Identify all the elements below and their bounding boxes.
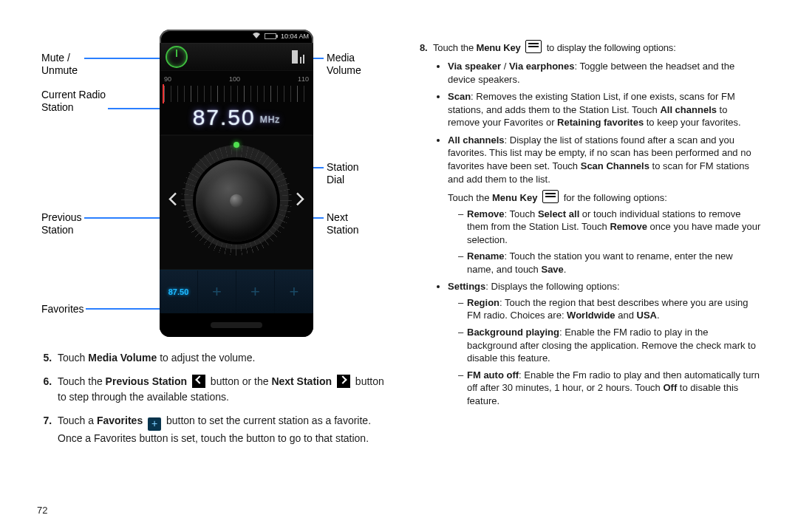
home-pill-icon [211, 322, 262, 328]
text: . [564, 264, 567, 275]
sub-options: Region: Touch the region that best descr… [448, 296, 761, 407]
power-icon[interactable] [166, 46, 188, 68]
text-bold: Scan Channels [581, 160, 649, 171]
favorites-bar: 87.50 + + + [160, 270, 313, 313]
callout-label: Dial [327, 174, 344, 186]
favorite-slot-4[interactable]: + [275, 270, 313, 313]
favorite-slot-2[interactable]: + [198, 270, 236, 313]
text: : Touch the station you want to rename, … [467, 250, 733, 275]
text: for the following options: [564, 192, 667, 203]
text-bold: Rename [467, 250, 505, 262]
step-8: Touch the Menu Key to display the follow… [430, 40, 761, 407]
callout-label: Current Radio [41, 89, 106, 101]
text-bold: Via speaker [448, 61, 501, 72]
annotated-figure: Mute / Unmute Current Radio Station Prev… [37, 30, 386, 340]
subopt-background: Background playing: Enable the FM radio … [458, 326, 761, 365]
opt-all-channels: All channels: Display the list of statio… [448, 134, 761, 276]
callout-label: Next [327, 211, 348, 224]
step-7: Touch a Favorites + button to set the cu… [55, 413, 386, 447]
next-station-button[interactable] [294, 191, 306, 211]
text: / [501, 61, 509, 72]
subopt-remove: Remove: Touch Select all or touch indivi… [458, 208, 761, 247]
callout-label: Station [327, 224, 359, 236]
mark: 100 [229, 75, 240, 83]
text-bold: Off [663, 382, 677, 393]
callout-label: Station [41, 101, 74, 114]
scale-marks: 90 100 110 [164, 75, 309, 83]
tuning-knob[interactable] [196, 160, 277, 242]
text-bold: Remove [467, 208, 505, 219]
softkey-bar [160, 313, 313, 337]
callout-label: Station [41, 224, 74, 236]
leader-line [84, 58, 168, 59]
right-step-list: Touch the Menu Key to display the follow… [412, 40, 761, 407]
favorite-plus-icon: + [148, 417, 161, 431]
text-bold: Background playing [467, 327, 559, 338]
plus-icon: + [250, 282, 260, 301]
opt-scan: Scan: Removes the existing Station List,… [448, 90, 761, 129]
text-bold: Scan [448, 91, 471, 102]
text: Touch the [448, 192, 492, 203]
text-bold: Save [541, 264, 563, 275]
text: Touch the [58, 375, 106, 387]
text: : Touch [505, 208, 538, 219]
subopt-rename: Rename: Touch the station you want to re… [458, 250, 761, 276]
prev-station-button[interactable] [167, 191, 179, 211]
text: to keep your favorites. [644, 117, 741, 128]
text-bold: Menu Key [492, 192, 537, 203]
text: . [657, 310, 660, 321]
text-bold: All channels [448, 134, 505, 146]
figure-canvas: Mute / Unmute Current Radio Station Prev… [41, 30, 381, 340]
favorite-slot-3[interactable]: + [236, 270, 275, 313]
next-chevron-icon [337, 375, 350, 388]
dial-zone [160, 135, 313, 270]
fm-topbar [160, 43, 313, 71]
callout-mute-unmute: Mute / Unmute [41, 52, 78, 77]
text-bold: Settings [448, 281, 485, 292]
fm-scale: 90 100 110 87.50MHz [160, 71, 313, 135]
subopt-fm-auto-off: FM auto off: Enable the Fm radio to play… [458, 369, 761, 408]
speaker-volume-icon[interactable] [292, 50, 307, 64]
text-bold: Favorites [97, 415, 143, 426]
left-column: Mute / Unmute Current Radio Station Prev… [37, 30, 386, 510]
clock: 10:04 AM [281, 33, 309, 40]
left-step-list: Touch Media Volume to adjust the volume.… [37, 350, 386, 447]
text: button or the [211, 375, 272, 387]
callout-current-station: Current Radio Station [41, 89, 106, 114]
leader-line [84, 217, 171, 219]
step-6: Touch the Previous Station button or the… [55, 374, 386, 406]
callout-label: Station [327, 161, 359, 174]
callout-label: Previous [41, 211, 81, 224]
text: Touch the [433, 42, 477, 53]
text-bold: Previous Station [106, 375, 187, 387]
text-bold: FM auto off [467, 369, 519, 381]
plus-icon: + [290, 282, 299, 301]
battery-icon [265, 33, 276, 39]
callout-label: Media [327, 52, 355, 64]
opt-settings: Settings: Displays the following options… [448, 280, 761, 407]
favorite-slot-1[interactable]: 87.50 [160, 270, 198, 313]
callout-favorites: Favorites [41, 303, 84, 316]
plus-icon: + [212, 282, 222, 301]
step-5: Touch Media Volume to adjust the volume. [55, 350, 386, 366]
text-bold: Via earphones [509, 61, 575, 72]
text-bold: All channels [660, 104, 717, 115]
page-number: 72 [37, 505, 47, 516]
callout-previous-station: Previous Station [41, 211, 81, 236]
prev-chevron-icon [192, 375, 205, 388]
menu-key-icon [542, 190, 559, 203]
text-bold: Select all [538, 208, 579, 219]
text-bold: Worldwide [567, 310, 615, 321]
phone-mock: 10:04 AM 90 100 110 [160, 30, 313, 337]
sub-options: Remove: Touch Select all or touch indivi… [448, 208, 761, 276]
scale-ticks [164, 86, 309, 102]
callout-next-station: Next Station [327, 211, 359, 236]
mark: 90 [164, 75, 171, 83]
frequency-value: 87.50 [193, 105, 256, 129]
opt-via-speaker: Via speaker / Via earphones: Toggle betw… [448, 60, 761, 86]
scale-needle [163, 84, 164, 103]
text: Touch a [58, 415, 97, 426]
text-bold: Media Volume [88, 352, 157, 364]
callout-label: Unmute [41, 64, 78, 77]
text: and [615, 310, 637, 321]
